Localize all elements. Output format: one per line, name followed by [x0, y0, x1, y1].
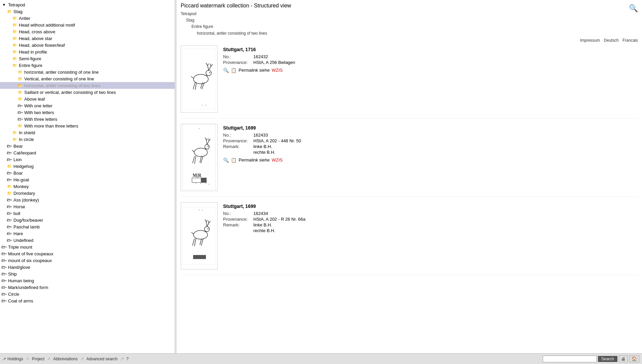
sidebar-item-label: Stag — [13, 9, 23, 14]
folder-plus-icon: 🗁+ — [7, 238, 12, 243]
svg-point-40 — [206, 183, 206, 184]
permalink-search-icon[interactable]: 🔍 — [223, 68, 229, 73]
sidebar-item-triple-mount[interactable]: 🗁+Triple mount — [0, 244, 175, 250]
sidebar-item-dog-fox[interactable]: 🗁+Dog/fox/beaver — [0, 217, 175, 223]
holdings-nav[interactable]: ↗ Holdings — [3, 357, 23, 361]
sidebar-item-he-goat[interactable]: 🗁+He-goat — [0, 176, 175, 183]
sidebar-item-bull[interactable]: 🗁+bull — [0, 210, 175, 217]
sidebar-item-entire-figure[interactable]: 📁Entire figure — [0, 62, 175, 69]
sidebar-item-label: Hare — [13, 231, 23, 236]
sidebar-item-tetrapod[interactable]: ▼Tetrapod — [0, 1, 175, 8]
sidebar-item-label: He-goat — [13, 177, 29, 182]
result-remark-field: Remark: linke B.H. — [223, 222, 638, 227]
sidebar-item-with-one-letter[interactable]: 🗁+With one letter — [0, 102, 175, 109]
home-button[interactable]: 🏠 — [629, 355, 639, 362]
permalink-edit-icon[interactable]: 📋 — [231, 157, 237, 163]
sidebar-item-ass-donkey[interactable]: 🗁+Ass (donkey) — [0, 196, 175, 203]
sidebar-item-circle[interactable]: 🗁+Circle — [0, 291, 175, 297]
sidebar-item-head-cross-above[interactable]: 📁Head, cross above — [0, 28, 175, 35]
sidebar-item-with-more-letters[interactable]: 📁With more than three letters — [0, 122, 175, 129]
svg-point-17 — [206, 105, 206, 106]
sidebar-item-bear[interactable]: 🗁+Bear — [0, 143, 175, 149]
sidebar-item-mount-five[interactable]: 🗁+Mount of five coupeaux — [0, 250, 175, 257]
sidebar-item-saillant[interactable]: 📁Saillant or vertical, antler consisting… — [0, 89, 175, 96]
sidebar-item-label: horizontal, antler consisting of one lin… — [24, 70, 99, 75]
folder-icon: 📁 — [17, 123, 23, 129]
sidebar-item-label: With more than three letters — [24, 123, 78, 129]
result-image-r3[interactable] — [181, 202, 218, 269]
sidebar-item-label: With two letters — [24, 110, 54, 115]
sidebar-item-human-being[interactable]: 🗁+Human being — [0, 277, 175, 284]
help-nav[interactable]: ? — [127, 357, 129, 361]
permalink-wzis-link[interactable]: WZIS — [272, 157, 283, 162]
sidebar-item-label: With one letter — [24, 103, 52, 108]
folder-plus-icon: 🗁+ — [7, 170, 12, 176]
result-no-value: 162434 — [253, 211, 268, 216]
sidebar-item-label: Coat of arms — [8, 298, 33, 303]
advanced-search-nav[interactable]: Advanced search — [86, 357, 118, 361]
sidebar-item-hand-glove[interactable]: 🗁+Hand/glove — [0, 264, 175, 270]
folder-plus-icon: 🗁+ — [1, 258, 7, 263]
sidebar-item-head-in-profile[interactable]: 📁Head in profile — [0, 48, 175, 55]
sidebar-item-undefined[interactable]: 🗁+Undefined — [0, 237, 175, 244]
folder-plus-icon: 🗁+ — [7, 211, 12, 216]
sidebar-item-hare[interactable]: 🗁+Hare — [0, 230, 175, 237]
sidebar-item-vert-one-line[interactable]: 📁Vertical, antler consisting of one line — [0, 75, 175, 82]
holdings-label[interactable]: Holdings — [7, 357, 23, 361]
project-nav[interactable]: Project — [32, 357, 44, 361]
francais-link[interactable]: Francais — [622, 38, 638, 43]
sidebar-item-horse[interactable]: 🗁+Horse — [0, 203, 175, 210]
sidebar-item-mark-undefined[interactable]: 🗁+Mark/undefined form — [0, 284, 175, 291]
sidebar-item-semi-figure[interactable]: 📁Semi-figure — [0, 55, 175, 62]
sidebar-item-coat-of-arms[interactable]: 🗁+Coat of arms — [0, 297, 175, 304]
search-zoom-icon[interactable]: 🔍 — [629, 4, 638, 13]
sidebar-item-cat-leopard[interactable]: 🗁+Cat/leopard — [0, 149, 175, 156]
impressum-link[interactable]: Impressum — [580, 38, 600, 43]
result-card-r2: M|R Stuttgart, 1699 No.: 162433 Provenan… — [181, 124, 638, 197]
folder-icon: 📁 — [7, 190, 12, 196]
sidebar-item-with-two-letters[interactable]: 🗁+With two letters — [0, 109, 175, 116]
result-image-r1[interactable] — [181, 45, 218, 113]
print-button[interactable]: 🖨 — [619, 355, 628, 362]
sidebar-item-hedgehog[interactable]: 📁Hedgehog — [0, 163, 175, 170]
sidebar-item-mount-six[interactable]: 🗁+mount of six coupeaux — [0, 257, 175, 264]
folder-plus-icon: 🗁+ — [7, 150, 12, 155]
sidebar-item-label: Above leaf — [24, 97, 45, 102]
sidebar-item-head-above-star[interactable]: 📁Head, above star — [0, 35, 175, 42]
permalink-wzis-link[interactable]: WZIS — [272, 68, 283, 73]
sidebar-item-monkey[interactable]: 📁Monkey — [0, 183, 175, 190]
sidebar-item-antler[interactable]: 📁Antler — [0, 15, 175, 22]
result-prov-value: HStA, A 202 - R 26 Nr. 66a — [253, 217, 306, 222]
sidebar-item-stag[interactable]: 📁Stag — [0, 8, 175, 15]
result-remark-value: linke B.H. — [253, 222, 272, 227]
project-label[interactable]: Project — [32, 357, 44, 361]
sidebar-item-in-circle[interactable]: 📁In circle — [0, 136, 175, 143]
sidebar-item-above-leaf[interactable]: 📁Above leaf — [0, 96, 175, 102]
sidebar-item-boar[interactable]: 🗁+Boar — [0, 170, 175, 176]
sidebar-item-lion[interactable]: 🗁+Lion — [0, 156, 175, 163]
folder-plus-icon: 🗁+ — [7, 177, 12, 182]
sidebar-item-dromedary[interactable]: 📁Dromedary — [0, 190, 175, 196]
result-remark-value: linke B.H. — [253, 144, 272, 149]
sidebar-item-label: Cat/leopard — [13, 150, 36, 155]
abbreviations-label[interactable]: Abbreviations — [53, 357, 78, 361]
search-input[interactable] — [543, 356, 597, 362]
abbreviations-nav[interactable]: Abbreviations — [53, 357, 78, 361]
result-image-r2[interactable]: M|R — [181, 124, 218, 191]
permalink-edit-icon[interactable]: 📋 — [231, 68, 237, 73]
sidebar-item-ship[interactable]: 🗁+Ship — [0, 270, 175, 277]
sidebar-item-head-above-flower[interactable]: 📁Head, above flower/leaf — [0, 42, 175, 48]
search-button[interactable]: Search — [598, 356, 617, 362]
help-label[interactable]: ? — [127, 357, 129, 361]
sidebar-item-with-three-letters[interactable]: 🗁+With three letters — [0, 116, 175, 122]
result-info-r3: Stuttgart, 1699 No.: 162434 Provenance: … — [223, 202, 638, 233]
sidebar-item-horiz-one-line[interactable]: 📁horizontal, antler consisting of one li… — [0, 69, 175, 75]
sidebar-item-in-shield[interactable]: 📁In shield — [0, 129, 175, 136]
advanced-search-label[interactable]: Advanced search — [86, 357, 118, 361]
sidebar-item-label: Triple mount — [8, 245, 32, 250]
sidebar-item-paschal-lamb[interactable]: 🗁+Paschal lamb — [0, 223, 175, 230]
deutsch-link[interactable]: Deutsch — [604, 38, 619, 43]
permalink-search-icon[interactable]: 🔍 — [223, 157, 229, 163]
sidebar-item-head-without[interactable]: 📁Head without additional motif — [0, 22, 175, 28]
sidebar-item-horiz-two-lines[interactable]: 📂horizontal, antler consisting of two li… — [0, 82, 175, 89]
